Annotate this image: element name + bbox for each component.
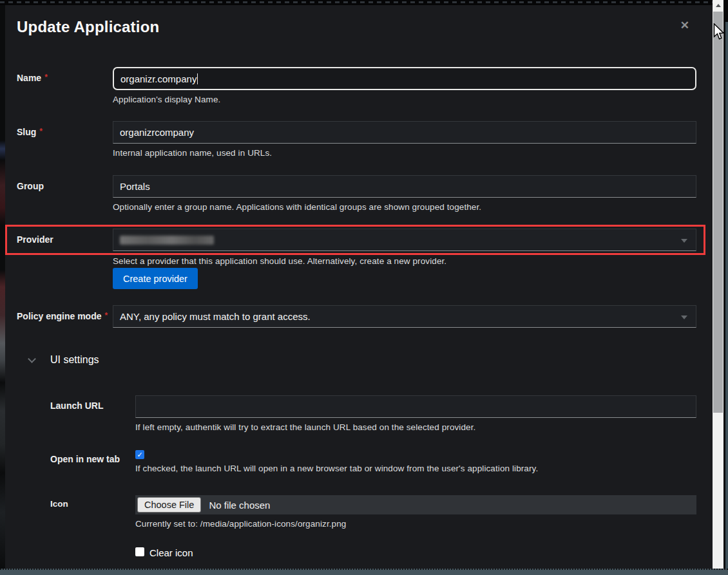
policy-engine-mode-label: Policy engine mode* (17, 305, 113, 321)
policy-engine-mode-value: ANY, any policy must match to grant acce… (120, 311, 311, 322)
modal-title: Update Application (17, 18, 696, 36)
slug-label: Slug* (17, 121, 113, 137)
field-row-icon: Icon Choose File No file chosen Currentl… (50, 495, 696, 529)
provider-select[interactable] (113, 229, 696, 251)
update-application-modal: Update Application ✕ Name* organizr.comp… (5, 5, 713, 569)
group-input[interactable]: Portals (113, 175, 696, 198)
group-label-text: Group (17, 181, 44, 191)
required-asterisk: * (39, 127, 43, 136)
required-asterisk: * (104, 311, 108, 320)
name-help: Application's display Name. (113, 95, 696, 104)
provider-label-text: Provider (17, 234, 53, 245)
field-row-policy-engine-mode: Policy engine mode* ANY, any policy must… (17, 305, 696, 328)
open-in-new-tab-label-text: Open in new tab (50, 454, 120, 464)
required-asterisk: * (44, 73, 48, 82)
choose-file-button[interactable]: Choose File (137, 497, 201, 513)
triangle-up-icon (716, 4, 721, 7)
redacted-provider-value (120, 236, 214, 245)
scrollbar-track[interactable] (713, 0, 723, 575)
scrollbar-thumb[interactable] (713, 12, 723, 413)
create-provider-button[interactable]: Create provider (113, 268, 198, 289)
page-background: Update Application ✕ Name* organizr.comp… (0, 0, 728, 575)
name-label-text: Name (17, 73, 41, 83)
close-icon[interactable]: ✕ (680, 20, 689, 31)
name-input[interactable]: organizr.company (113, 67, 696, 90)
group-input-value: Portals (120, 181, 150, 192)
page-behind-left (0, 5, 5, 569)
scrollbar-up-arrow-icon[interactable] (713, 0, 723, 10)
field-row-name: Name* organizr.company Application's dis… (17, 67, 696, 104)
name-label: Name* (17, 67, 113, 83)
slug-help: Internal application name, used in URLs. (113, 148, 696, 158)
chevron-down-icon (681, 239, 687, 243)
policy-engine-mode-label-text: Policy engine mode (17, 311, 101, 321)
clear-icon-label: Clear icon (149, 547, 193, 558)
group-help: Optionally enter a group name. Applicati… (113, 202, 696, 212)
launch-url-input[interactable] (135, 395, 696, 418)
chevron-down-icon (681, 316, 687, 319)
name-input-value: organizr.company (120, 73, 196, 84)
page-behind-right-accent (725, 22, 728, 575)
slug-label-text: Slug (17, 127, 36, 137)
field-row-launch-url: Launch URL If left empty, authentik will… (50, 395, 696, 432)
text-cursor (197, 73, 198, 84)
provider-annotation-box: Provider (5, 225, 705, 255)
launch-url-help: If left empty, authentik will try to ext… (135, 422, 696, 432)
chevron-down-icon (28, 355, 36, 363)
launch-url-label: Launch URL (50, 395, 135, 411)
ui-settings-label: UI settings (50, 354, 99, 366)
policy-engine-mode-select[interactable]: ANY, any policy must match to grant acce… (113, 305, 696, 328)
file-chosen-status: No file chosen (209, 500, 270, 511)
icon-label-text: Icon (50, 499, 68, 509)
field-row-group: Group Portals Optionally enter a group n… (17, 175, 696, 212)
icon-label: Icon (50, 495, 135, 509)
page-behind-bottom (0, 569, 728, 575)
field-row-clear-icon: Clear icon (135, 547, 696, 558)
group-label: Group (17, 175, 113, 191)
clear-icon-checkbox[interactable] (135, 547, 144, 556)
ui-settings-section-toggle[interactable]: UI settings (17, 354, 696, 366)
open-in-new-tab-help: If checked, the launch URL will open in … (135, 464, 696, 473)
provider-label: Provider (17, 229, 113, 245)
slug-input[interactable]: organizrcompany (113, 121, 696, 144)
icon-help: Currently set to: /media/application-ico… (135, 519, 696, 529)
provider-help: Select a provider that this application … (113, 256, 696, 266)
field-row-slug: Slug* organizrcompany Internal applicati… (17, 121, 696, 158)
slug-input-value: organizrcompany (120, 127, 194, 138)
field-row-open-in-new-tab: Open in new tab ✓ If checked, the launch… (50, 450, 696, 473)
launch-url-label-text: Launch URL (50, 401, 103, 411)
open-in-new-tab-checkbox[interactable]: ✓ (135, 450, 144, 459)
icon-file-input[interactable]: Choose File No file chosen (135, 495, 696, 514)
modal-header: Update Application ✕ (17, 18, 696, 36)
page-behind-top (0, 0, 713, 5)
open-in-new-tab-label: Open in new tab (50, 450, 135, 464)
